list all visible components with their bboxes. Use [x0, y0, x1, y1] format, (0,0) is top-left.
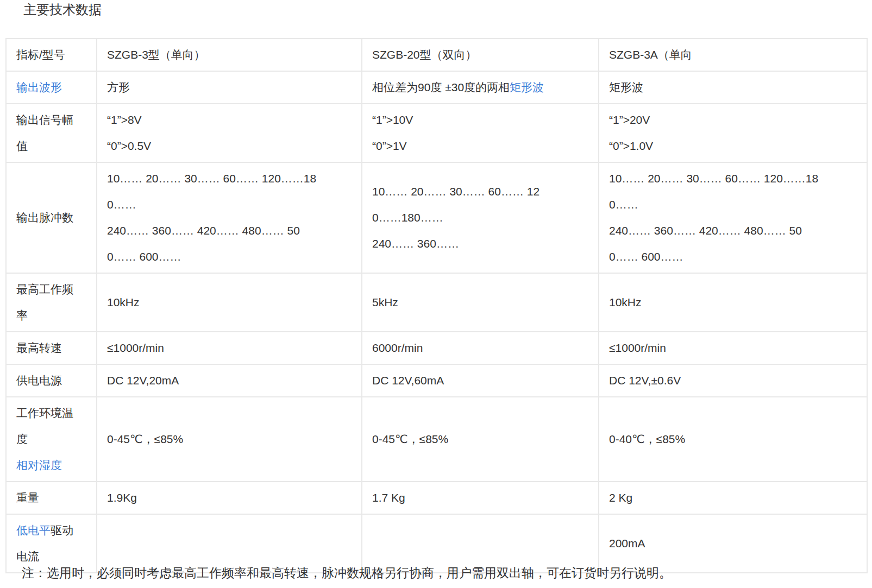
cell-output-waveform-model2: 相位差为90度 ±30度的两相矩形波 — [362, 71, 599, 104]
spec-table-body: 指标/型号SZGB-3型（单向）SZGB-20型（双向）SZGB-3A（单向输出… — [6, 39, 867, 573]
label-output-waveform: 输出波形 — [6, 71, 97, 104]
cell-line: “1”>20V — [609, 107, 857, 133]
spec-table: 指标/型号SZGB-3型（单向）SZGB-20型（双向）SZGB-3A（单向输出… — [5, 38, 868, 573]
text-run: 0…… 600…… — [609, 250, 683, 263]
label-working-environment: 工作环境温度相对湿度 — [6, 397, 97, 482]
cell-line: 0……180…… — [372, 205, 588, 231]
cell-line: 工作环境温 — [16, 400, 86, 426]
text-run: 0-40℃，≤85% — [609, 433, 685, 445]
row-output-signal-amplitude: 输出信号幅值“1”>8V“0”>0.5V“1”>10V“0”>1V“1”>20V… — [6, 104, 867, 162]
cell-low-level-drive-current-model2 — [362, 514, 599, 573]
cell-output-pulse-count-model3: 10…… 20…… 30…… 60…… 120……180……240…… 360…… — [599, 162, 867, 273]
cell-line: 0-45℃，≤85% — [372, 426, 588, 452]
text-run: 率 — [16, 309, 28, 321]
cell-power-supply-model2: DC 12V,60mA — [362, 364, 599, 397]
text-run: 最高工作频 — [16, 283, 73, 295]
cell-low-level-drive-current-model1 — [97, 514, 362, 573]
text-run: 240…… 360…… 420…… 480…… 50 — [609, 224, 802, 237]
text-run: 电流 — [16, 550, 39, 562]
text-run: 0…… 600…… — [107, 250, 181, 263]
cell-line: ≤1000r/min — [107, 335, 352, 361]
cell-power-supply-model1: DC 12V,20mA — [97, 364, 362, 397]
cell-line: 0…… — [609, 192, 857, 218]
cell-line: 0-45℃，≤85% — [107, 426, 352, 452]
cell-line: 2 Kg — [609, 485, 857, 511]
text-run: 最高转速 — [16, 342, 62, 354]
text-run: 1.9Kg — [107, 491, 137, 504]
cell-line: 相对湿度 — [16, 452, 86, 478]
cell-output-pulse-count-model2: 10…… 20…… 30…… 60…… 120……180……240…… 360…… — [362, 162, 599, 273]
text-run: 240…… 360…… — [372, 237, 459, 250]
header-cell-3: SZGB-3A（单向 — [599, 39, 867, 71]
text-run: 0-45℃，≤85% — [372, 433, 448, 445]
cell-line: 0…… — [107, 192, 352, 218]
cell-max-working-frequency-model1: 10kHz — [97, 273, 362, 332]
text-run: 相位差为90度 ±30度的两相 — [372, 81, 510, 93]
cell-max-rotation-speed-model1: ≤1000r/min — [97, 332, 362, 364]
cell-working-environment-model2: 0-45℃，≤85% — [362, 397, 599, 482]
text-run: 供电电源 — [16, 374, 62, 387]
text-run: 工作环境温 — [16, 407, 73, 419]
cell-line: 1.7 Kg — [372, 485, 588, 511]
text-run: 重量 — [16, 491, 39, 504]
text-run: “0”>1V — [372, 140, 407, 152]
cell-line: DC 12V,±0.6V — [609, 368, 857, 394]
cell-line: 输出波形 — [16, 74, 86, 100]
link-relative-humidity[interactable]: 相对湿度 — [16, 459, 62, 471]
cell-line: 最高转速 — [16, 335, 86, 361]
text-run: 10…… 20…… 30…… 60…… 12 — [372, 185, 539, 198]
cell-line: 6000r/min — [372, 335, 588, 361]
text-run: “1”>10V — [372, 113, 413, 126]
cell-line: 10kHz — [609, 289, 857, 315]
cell-line: 0…… 600…… — [609, 244, 857, 270]
cell-line: 10kHz — [107, 289, 352, 315]
header-cell-0: 指标/型号 — [6, 39, 97, 71]
row-max-rotation-speed: 最高转速≤1000r/min6000r/min≤1000r/min — [6, 332, 867, 364]
cell-line: 输出信号幅 — [16, 107, 86, 133]
row-output-waveform: 输出波形方形相位差为90度 ±30度的两相矩形波矩形波 — [6, 71, 867, 104]
cell-max-rotation-speed-model3: ≤1000r/min — [599, 332, 867, 364]
link-rect-wave[interactable]: 矩形波 — [510, 81, 544, 93]
cell-line: 值 — [16, 133, 86, 159]
cell-line: 10…… 20…… 30…… 60…… 120……18 — [107, 166, 352, 192]
cell-output-signal-amplitude-model3: “1”>20V“0”>1.0V — [599, 104, 867, 162]
text-run: 1.7 Kg — [372, 491, 405, 504]
link-low-level[interactable]: 低电平 — [16, 524, 51, 536]
page-title: 主要技术数据 — [23, 2, 102, 17]
cell-line: ≤1000r/min — [609, 335, 857, 361]
cell-max-working-frequency-model2: 5kHz — [362, 273, 599, 332]
text-run: 6000r/min — [372, 342, 423, 354]
text-run: 10…… 20…… 30…… 60…… 120……18 — [107, 172, 316, 185]
text-run: 驱动 — [51, 524, 73, 536]
cell-line: 1.9Kg — [107, 485, 352, 511]
cell-max-rotation-speed-model2: 6000r/min — [362, 332, 599, 364]
label-weight: 重量 — [6, 482, 97, 514]
cell-output-signal-amplitude-model2: “1”>10V“0”>1V — [362, 104, 599, 162]
text-run: 2 Kg — [609, 491, 632, 504]
cell-line: “0”>1V — [372, 133, 588, 159]
text-run: DC 12V,60mA — [372, 374, 444, 387]
cell-output-waveform-model1: 方形 — [97, 71, 362, 104]
cell-line: 240…… 360…… 420…… 480…… 50 — [107, 218, 352, 244]
cell-weight-model2: 1.7 Kg — [362, 482, 599, 514]
cell-line: “1”>10V — [372, 107, 588, 133]
text-run: ≤1000r/min — [609, 342, 666, 354]
cell-line: 供电电源 — [16, 368, 86, 394]
text-run: DC 12V,20mA — [107, 374, 179, 387]
link-output-waveform[interactable]: 输出波形 — [16, 81, 62, 93]
cell-working-environment-model1: 0-45℃，≤85% — [97, 397, 362, 482]
cell-working-environment-model3: 0-40℃，≤85% — [599, 397, 867, 482]
label-output-signal-amplitude: 输出信号幅值 — [6, 104, 97, 162]
header-row: 指标/型号SZGB-3型（单向）SZGB-20型（双向）SZGB-3A（单向 — [6, 39, 867, 71]
row-working-environment: 工作环境温度相对湿度0-45℃，≤85%0-45℃，≤85%0-40℃，≤85% — [6, 397, 867, 482]
cell-line: 5kHz — [372, 289, 588, 315]
header-cell-2: SZGB-20型（双向） — [362, 39, 599, 71]
text-run: 矩形波 — [609, 81, 643, 93]
label-max-rotation-speed: 最高转速 — [6, 332, 97, 364]
label-power-supply: 供电电源 — [6, 364, 97, 397]
row-max-working-frequency: 最高工作频率10kHz5kHz10kHz — [6, 273, 867, 332]
text-run: DC 12V,±0.6V — [609, 374, 681, 387]
label-max-working-frequency: 最高工作频率 — [6, 273, 97, 332]
row-output-pulse-count: 输出脉冲数10…… 20…… 30…… 60…… 120……180……240……… — [6, 162, 867, 273]
cell-line: “0”>0.5V — [107, 133, 352, 159]
